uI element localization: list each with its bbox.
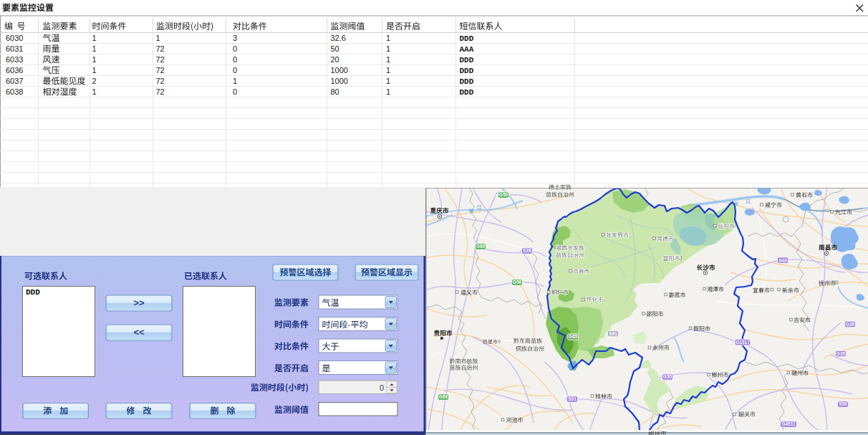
svg-text:0: 0	[233, 66, 237, 75]
svg-text:6037: 6037	[6, 77, 23, 85]
svg-text:G4511: G4511	[781, 421, 796, 426]
svg-text:32.6: 32.6	[331, 34, 346, 42]
svg-text:72: 72	[156, 77, 165, 85]
svg-text:1: 1	[386, 87, 390, 96]
svg-text:>>: >>	[133, 297, 145, 308]
svg-text:DDD: DDD	[460, 77, 474, 86]
svg-text:6031: 6031	[6, 44, 23, 53]
svg-text:6030: 6030	[6, 34, 23, 42]
svg-text:G35: G35	[846, 322, 855, 327]
svg-text:72: 72	[156, 66, 165, 75]
svg-text:G55: G55	[663, 374, 672, 379]
svg-text:72: 72	[156, 44, 165, 53]
svg-text:20: 20	[331, 55, 339, 64]
svg-text:1: 1	[92, 66, 97, 75]
svg-text:6038: 6038	[6, 87, 23, 96]
svg-text:S50: S50	[839, 401, 847, 406]
svg-text:1000: 1000	[331, 77, 348, 85]
svg-text:S26: S26	[523, 248, 531, 253]
svg-text:G1517: G1517	[736, 340, 750, 345]
svg-text:<<: <<	[133, 327, 145, 338]
svg-text:S31: S31	[568, 396, 577, 401]
svg-text:G69: G69	[476, 244, 486, 249]
svg-text:DDD: DDD	[460, 88, 474, 97]
svg-text:50: 50	[331, 44, 339, 53]
svg-text:G56: G56	[513, 279, 522, 285]
svg-text:0: 0	[233, 55, 237, 64]
svg-text:3: 3	[233, 34, 237, 42]
svg-text:G50: G50	[499, 192, 508, 197]
svg-text:0: 0	[233, 87, 237, 96]
svg-text:DDD: DDD	[460, 56, 474, 64]
svg-text:1: 1	[92, 55, 97, 64]
svg-text:72: 72	[156, 87, 165, 96]
svg-text:1: 1	[386, 55, 390, 64]
svg-text:0: 0	[233, 44, 237, 53]
svg-text:AAA: AAA	[460, 45, 474, 54]
svg-text:DDD: DDD	[26, 288, 40, 297]
svg-text:DDD: DDD	[460, 67, 474, 75]
svg-text:S91: S91	[609, 331, 617, 336]
svg-text:1: 1	[156, 34, 160, 42]
svg-text:2: 2	[92, 77, 97, 85]
svg-text:6033: 6033	[6, 55, 23, 64]
svg-text:G65: G65	[569, 334, 578, 339]
svg-text:1: 1	[386, 77, 390, 85]
svg-text:1: 1	[386, 34, 390, 42]
svg-text:1: 1	[233, 77, 237, 85]
svg-text:G69: G69	[439, 394, 448, 399]
svg-text:1: 1	[92, 87, 97, 96]
svg-text:1: 1	[92, 44, 97, 53]
svg-text:80: 80	[331, 87, 339, 96]
svg-text:0: 0	[380, 383, 384, 392]
svg-text:G35: G35	[836, 351, 846, 356]
svg-text:6036: 6036	[6, 66, 23, 75]
svg-text:1: 1	[92, 34, 97, 42]
svg-text:1: 1	[386, 66, 390, 75]
svg-text:DDD: DDD	[460, 34, 474, 43]
svg-text:S40: S40	[778, 258, 787, 263]
svg-text:1000: 1000	[331, 66, 348, 75]
svg-text:1: 1	[386, 44, 390, 53]
svg-text:72: 72	[156, 55, 165, 64]
